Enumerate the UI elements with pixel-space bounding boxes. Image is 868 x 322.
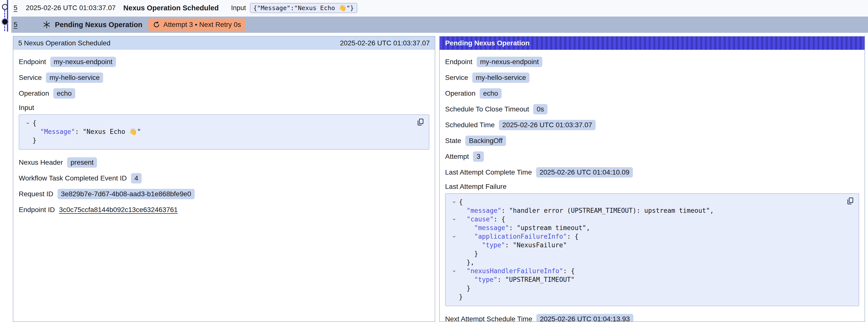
json-gutter bbox=[23, 136, 33, 145]
field-value-chip: 3 bbox=[473, 151, 484, 162]
pending-operation-panel: Pending Nexus Operation Endpoint my-nexu… bbox=[439, 36, 865, 322]
json-gutter bbox=[449, 293, 459, 301]
json-gutter bbox=[23, 127, 33, 136]
json-collapse-chevron-icon[interactable] bbox=[449, 215, 459, 224]
field-label: Scheduled Time bbox=[445, 121, 495, 129]
timeline-node-filled-circle bbox=[2, 19, 8, 24]
json-line-text: { bbox=[33, 119, 36, 127]
json-line: } bbox=[449, 293, 844, 301]
pending-title: Pending Nexus Operation bbox=[55, 21, 143, 29]
field-label: Endpoint bbox=[19, 58, 46, 66]
json-line-text: "type": "UPSTREAM_TIMEOUT" bbox=[459, 276, 575, 284]
json-line-text: "nexusHandlerFailureInfo": { bbox=[459, 267, 575, 276]
json-line: } bbox=[23, 136, 414, 145]
json-collapse-chevron-icon[interactable] bbox=[449, 198, 459, 206]
json-line-text: "message": "handler error (UPSTREAM_TIME… bbox=[459, 206, 714, 215]
field-label: Next Attempt Schedule Time bbox=[445, 315, 532, 322]
json-line: "type": "UPSTREAM_TIMEOUT" bbox=[449, 276, 844, 284]
json-line-text: } bbox=[33, 136, 36, 145]
field-label: Last Attempt Complete Time bbox=[445, 168, 532, 176]
json-line: "type": "NexusFailure" bbox=[449, 241, 844, 250]
field-label: Request ID bbox=[19, 190, 53, 198]
field-value-chip: 2025-02-26 UTC 01:04:10.09 bbox=[536, 167, 633, 178]
event-detail-panel-header: 5 Nexus Operation Scheduled 2025-02-26 U… bbox=[13, 36, 435, 50]
field-label: Attempt bbox=[445, 153, 469, 161]
json-line: }, bbox=[449, 258, 844, 267]
event-timestamp: 2025-02-26 UTC 01:03:37.07 bbox=[26, 4, 116, 12]
json-line: } bbox=[449, 284, 844, 293]
field-label: Workflow Task Completed Event ID bbox=[19, 174, 127, 182]
json-line: "nexusHandlerFailureInfo": { bbox=[449, 267, 844, 276]
field-value-chip: 2025-02-26 UTC 01:03:37.07 bbox=[499, 120, 596, 130]
pending-id-link[interactable]: 5 bbox=[13, 21, 18, 29]
attempt-retry-badge: Attempt 3 • Next Retry 0s bbox=[148, 19, 246, 31]
field-value-chip: 4 bbox=[131, 173, 142, 184]
json-line-text: "type": "NexusFailure" bbox=[459, 241, 567, 250]
json-collapse-chevron-icon[interactable] bbox=[449, 232, 459, 241]
timeline-node-open-circle bbox=[2, 4, 8, 10]
json-line-text: "message": "upstream timeout", bbox=[459, 224, 590, 232]
field-label: Operation bbox=[445, 90, 475, 97]
field-nexus-header: Nexus Header present bbox=[19, 157, 429, 168]
field-value-chip: present bbox=[67, 157, 97, 168]
field-operation: Operation echo bbox=[19, 88, 429, 99]
pending-operation-panel-body: Endpoint my-nexus-endpoint Service my-he… bbox=[440, 50, 865, 322]
pending-operation-panel-header: Pending Nexus Operation bbox=[440, 36, 865, 50]
pending-operation-row[interactable]: 5 Pending Nexus Operation Attempt 3 • Ne… bbox=[11, 17, 868, 33]
json-gutter bbox=[449, 224, 459, 232]
json-line: "Message": "Nexus Echo 👋" bbox=[23, 127, 414, 136]
field-service: Service my-hello-service bbox=[19, 72, 429, 83]
pending-asterisk-icon bbox=[42, 20, 51, 29]
event-history-row[interactable]: 5 2025-02-26 UTC 01:03:37.07 Nexus Opera… bbox=[11, 0, 868, 16]
event-detail-panel-timestamp: 2025-02-26 UTC 01:03:37.07 bbox=[340, 39, 430, 47]
event-id-link[interactable]: 5 bbox=[13, 4, 18, 12]
event-timeline-rail bbox=[0, 0, 11, 33]
json-line: "applicationFailureInfo": { bbox=[449, 232, 844, 241]
json-line-text: } bbox=[459, 250, 478, 258]
field-last-attempt-complete-time: Last Attempt Complete Time 2025-02-26 UT… bbox=[445, 167, 859, 178]
json-gutter bbox=[449, 276, 459, 284]
copy-icon bbox=[416, 118, 425, 126]
field-value-chip: my-hello-service bbox=[472, 72, 529, 83]
field-attempt: Attempt 3 bbox=[445, 151, 859, 162]
event-input-summary-chip: {"Message":"Nexus Echo 👋"} bbox=[250, 3, 357, 13]
json-line-text: } bbox=[459, 293, 463, 301]
endpoint-id-link[interactable]: 3c0c75ccfa8144b092c13ce632463761 bbox=[59, 206, 178, 214]
field-label: Endpoint bbox=[445, 58, 472, 66]
json-collapse-chevron-icon[interactable] bbox=[449, 267, 459, 276]
json-line-text: "cause": { bbox=[459, 215, 505, 224]
json-line: { bbox=[449, 198, 844, 206]
field-value-chip: BackingOff bbox=[465, 136, 506, 146]
field-value-chip: 2025-02-26 UTC 01:04:13.93 bbox=[536, 314, 633, 322]
failure-json-viewer: {"message": "handler error (UPSTREAM_TIM… bbox=[445, 193, 859, 306]
field-label: Service bbox=[445, 74, 468, 82]
field-value-chip: echo bbox=[479, 88, 502, 99]
field-request-id: Request ID 3e829b7e-7d67-4b08-aad3-b1e86… bbox=[19, 189, 429, 199]
field-label: Operation bbox=[19, 90, 49, 97]
json-line: { bbox=[23, 119, 414, 127]
field-label: Schedule To Close Timeout bbox=[445, 105, 529, 113]
retry-icon bbox=[153, 21, 160, 28]
copy-button[interactable] bbox=[846, 197, 855, 205]
copy-button[interactable] bbox=[416, 118, 425, 127]
json-line: } bbox=[449, 250, 844, 258]
field-workflow-task-completed-event-id: Workflow Task Completed Event ID 4 bbox=[19, 173, 429, 184]
json-collapse-chevron-icon[interactable] bbox=[23, 119, 33, 127]
copy-icon bbox=[846, 197, 855, 205]
field-value-chip: echo bbox=[53, 88, 75, 99]
event-detail-panel-title: 5 Nexus Operation Scheduled bbox=[18, 39, 111, 47]
json-line: "cause": { bbox=[449, 215, 844, 224]
field-scheduled-time: Scheduled Time 2025-02-26 UTC 01:03:37.0… bbox=[445, 120, 859, 130]
json-line-text: "Message": "Nexus Echo 👋" bbox=[33, 127, 141, 136]
field-endpoint: Endpoint my-nexus-endpoint bbox=[445, 57, 859, 67]
field-operation: Operation echo bbox=[445, 88, 859, 99]
field-schedule-to-close-timeout: Schedule To Close Timeout 0s bbox=[445, 104, 859, 115]
field-label: Nexus Header bbox=[19, 159, 63, 166]
json-line-text: { bbox=[459, 198, 463, 206]
json-gutter bbox=[449, 250, 459, 258]
json-line-text: }, bbox=[459, 258, 474, 267]
json-gutter bbox=[449, 284, 459, 293]
event-title: Nexus Operation Scheduled bbox=[123, 4, 219, 12]
json-gutter bbox=[449, 258, 459, 267]
field-value-chip: 0s bbox=[533, 104, 548, 115]
